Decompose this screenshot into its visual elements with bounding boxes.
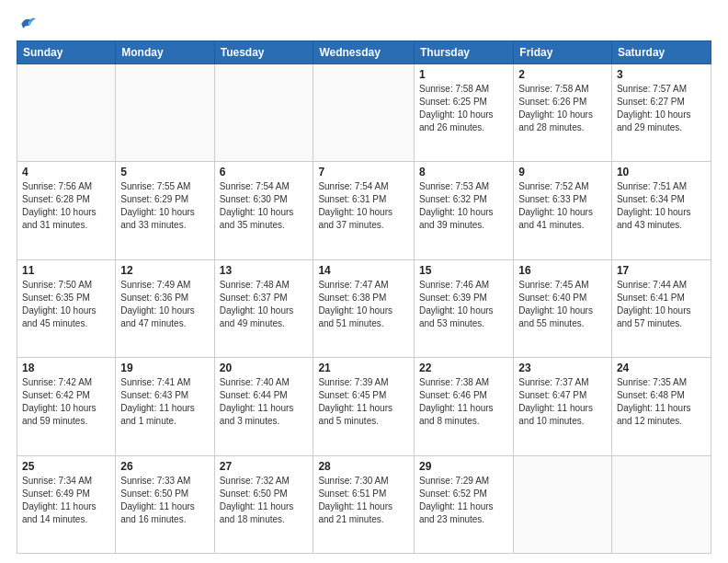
- day-number: 1: [419, 68, 508, 81]
- day-number: 7: [318, 166, 409, 178]
- calendar-day-cell: 4Sunrise: 7:56 AM Sunset: 6:28 PM Daylig…: [17, 162, 116, 259]
- day-detail: Sunrise: 7:48 AM Sunset: 6:37 PM Dayligh…: [220, 279, 309, 330]
- day-detail: Sunrise: 7:42 AM Sunset: 6:42 PM Dayligh…: [22, 376, 110, 428]
- day-number: 21: [318, 362, 409, 374]
- day-detail: Sunrise: 7:51 AM Sunset: 6:34 PM Dayligh…: [617, 180, 706, 232]
- weekday-header-wednesday: Wednesday: [313, 41, 415, 64]
- calendar-day-cell: 29Sunrise: 7:29 AM Sunset: 6:52 PM Dayli…: [414, 455, 513, 553]
- calendar-day-cell: 9Sunrise: 7:52 AM Sunset: 6:33 PM Daylig…: [514, 162, 612, 259]
- day-number: 17: [617, 264, 706, 277]
- weekday-header-sunday: Sunday: [17, 41, 116, 64]
- day-number: 13: [220, 264, 309, 277]
- day-detail: Sunrise: 7:54 AM Sunset: 6:30 PM Dayligh…: [220, 180, 309, 232]
- calendar-day-cell: 5Sunrise: 7:55 AM Sunset: 6:29 PM Daylig…: [116, 162, 214, 259]
- day-detail: Sunrise: 7:49 AM Sunset: 6:36 PM Dayligh…: [120, 279, 209, 330]
- day-number: 22: [419, 362, 508, 374]
- day-number: 12: [120, 264, 209, 277]
- calendar-day-cell: 28Sunrise: 7:30 AM Sunset: 6:51 PM Dayli…: [313, 455, 415, 553]
- calendar-day-cell: 23Sunrise: 7:37 AM Sunset: 6:47 PM Dayli…: [514, 358, 612, 455]
- calendar-day-cell: 26Sunrise: 7:33 AM Sunset: 6:50 PM Dayli…: [116, 455, 214, 553]
- day-number: 2: [518, 68, 607, 81]
- day-detail: Sunrise: 7:35 AM Sunset: 6:48 PM Dayligh…: [617, 376, 706, 428]
- calendar-week-row: 4Sunrise: 7:56 AM Sunset: 6:28 PM Daylig…: [17, 162, 711, 259]
- day-detail: Sunrise: 7:41 AM Sunset: 6:43 PM Dayligh…: [120, 376, 209, 428]
- calendar-day-cell: [611, 455, 711, 553]
- day-number: 4: [22, 166, 110, 178]
- day-number: 26: [120, 460, 209, 473]
- day-detail: Sunrise: 7:32 AM Sunset: 6:50 PM Dayligh…: [220, 475, 309, 526]
- weekday-header-row: SundayMondayTuesdayWednesdayThursdayFrid…: [17, 41, 711, 64]
- page: SundayMondayTuesdayWednesdayThursdayFrid…: [0, 0, 728, 563]
- day-number: 16: [518, 264, 607, 277]
- day-number: 6: [220, 166, 309, 178]
- calendar-day-cell: 20Sunrise: 7:40 AM Sunset: 6:44 PM Dayli…: [214, 358, 313, 455]
- day-detail: Sunrise: 7:37 AM Sunset: 6:47 PM Dayligh…: [518, 376, 607, 428]
- calendar-day-cell: 27Sunrise: 7:32 AM Sunset: 6:50 PM Dayli…: [214, 455, 313, 553]
- calendar-day-cell: 8Sunrise: 7:53 AM Sunset: 6:32 PM Daylig…: [414, 162, 513, 259]
- day-detail: Sunrise: 7:45 AM Sunset: 6:40 PM Dayligh…: [518, 279, 607, 330]
- calendar-day-cell: [514, 455, 612, 553]
- day-number: 19: [120, 362, 209, 374]
- calendar-day-cell: [116, 64, 214, 162]
- day-number: 24: [617, 362, 706, 374]
- calendar-day-cell: 6Sunrise: 7:54 AM Sunset: 6:30 PM Daylig…: [214, 162, 313, 259]
- day-number: 23: [518, 362, 607, 374]
- day-number: 28: [318, 460, 409, 473]
- day-number: 10: [617, 166, 706, 178]
- logo-bird-icon: [18, 15, 37, 33]
- day-detail: Sunrise: 7:56 AM Sunset: 6:28 PM Dayligh…: [22, 180, 110, 232]
- calendar-day-cell: 22Sunrise: 7:38 AM Sunset: 6:46 PM Dayli…: [414, 358, 513, 455]
- day-number: 27: [220, 460, 309, 473]
- weekday-header-thursday: Thursday: [414, 41, 513, 64]
- calendar-day-cell: [313, 64, 415, 162]
- calendar-day-cell: 25Sunrise: 7:34 AM Sunset: 6:49 PM Dayli…: [17, 455, 116, 553]
- calendar-day-cell: [17, 64, 116, 162]
- day-detail: Sunrise: 7:47 AM Sunset: 6:38 PM Dayligh…: [318, 279, 409, 330]
- calendar-day-cell: 21Sunrise: 7:39 AM Sunset: 6:45 PM Dayli…: [313, 358, 415, 455]
- logo-text: [17, 15, 37, 33]
- calendar-day-cell: 17Sunrise: 7:44 AM Sunset: 6:41 PM Dayli…: [611, 259, 711, 357]
- day-detail: Sunrise: 7:58 AM Sunset: 6:26 PM Dayligh…: [518, 83, 607, 134]
- calendar-day-cell: 16Sunrise: 7:45 AM Sunset: 6:40 PM Dayli…: [514, 259, 612, 357]
- calendar-day-cell: 14Sunrise: 7:47 AM Sunset: 6:38 PM Dayli…: [313, 259, 415, 357]
- day-number: 3: [617, 68, 706, 81]
- weekday-header-monday: Monday: [116, 41, 214, 64]
- day-detail: Sunrise: 7:53 AM Sunset: 6:32 PM Dayligh…: [419, 180, 508, 232]
- calendar-day-cell: [214, 64, 313, 162]
- day-number: 8: [419, 166, 508, 178]
- weekday-header-tuesday: Tuesday: [214, 41, 313, 64]
- calendar-day-cell: 12Sunrise: 7:49 AM Sunset: 6:36 PM Dayli…: [116, 259, 214, 357]
- day-detail: Sunrise: 7:57 AM Sunset: 6:27 PM Dayligh…: [617, 83, 706, 134]
- day-number: 25: [22, 460, 110, 473]
- day-number: 11: [22, 264, 110, 277]
- calendar-day-cell: 24Sunrise: 7:35 AM Sunset: 6:48 PM Dayli…: [611, 358, 711, 455]
- day-number: 9: [518, 166, 607, 178]
- day-detail: Sunrise: 7:33 AM Sunset: 6:50 PM Dayligh…: [120, 475, 209, 526]
- day-detail: Sunrise: 7:30 AM Sunset: 6:51 PM Dayligh…: [318, 475, 409, 526]
- day-detail: Sunrise: 7:34 AM Sunset: 6:49 PM Dayligh…: [22, 475, 110, 526]
- calendar-day-cell: 18Sunrise: 7:42 AM Sunset: 6:42 PM Dayli…: [17, 358, 116, 455]
- calendar-week-row: 18Sunrise: 7:42 AM Sunset: 6:42 PM Dayli…: [17, 358, 711, 455]
- day-number: 5: [120, 166, 209, 178]
- day-detail: Sunrise: 7:44 AM Sunset: 6:41 PM Dayligh…: [617, 279, 706, 330]
- calendar-day-cell: 10Sunrise: 7:51 AM Sunset: 6:34 PM Dayli…: [611, 162, 711, 259]
- calendar-week-row: 1Sunrise: 7:58 AM Sunset: 6:25 PM Daylig…: [17, 64, 711, 162]
- calendar-day-cell: 11Sunrise: 7:50 AM Sunset: 6:35 PM Dayli…: [17, 259, 116, 357]
- calendar-day-cell: 15Sunrise: 7:46 AM Sunset: 6:39 PM Dayli…: [414, 259, 513, 357]
- day-number: 29: [419, 460, 508, 473]
- weekday-header-saturday: Saturday: [611, 41, 711, 64]
- calendar-day-cell: 7Sunrise: 7:54 AM Sunset: 6:31 PM Daylig…: [313, 162, 415, 259]
- day-number: 15: [419, 264, 508, 277]
- calendar-table: SundayMondayTuesdayWednesdayThursdayFrid…: [17, 40, 711, 554]
- day-number: 14: [318, 264, 409, 277]
- header: [17, 15, 711, 33]
- day-detail: Sunrise: 7:58 AM Sunset: 6:25 PM Dayligh…: [419, 83, 508, 134]
- day-detail: Sunrise: 7:39 AM Sunset: 6:45 PM Dayligh…: [318, 376, 409, 428]
- day-detail: Sunrise: 7:50 AM Sunset: 6:35 PM Dayligh…: [22, 279, 110, 330]
- day-detail: Sunrise: 7:29 AM Sunset: 6:52 PM Dayligh…: [419, 475, 508, 526]
- calendar-day-cell: 19Sunrise: 7:41 AM Sunset: 6:43 PM Dayli…: [116, 358, 214, 455]
- calendar-day-cell: 3Sunrise: 7:57 AM Sunset: 6:27 PM Daylig…: [611, 64, 711, 162]
- day-detail: Sunrise: 7:40 AM Sunset: 6:44 PM Dayligh…: [220, 376, 309, 428]
- calendar-day-cell: 1Sunrise: 7:58 AM Sunset: 6:25 PM Daylig…: [414, 64, 513, 162]
- calendar-week-row: 25Sunrise: 7:34 AM Sunset: 6:49 PM Dayli…: [17, 455, 711, 553]
